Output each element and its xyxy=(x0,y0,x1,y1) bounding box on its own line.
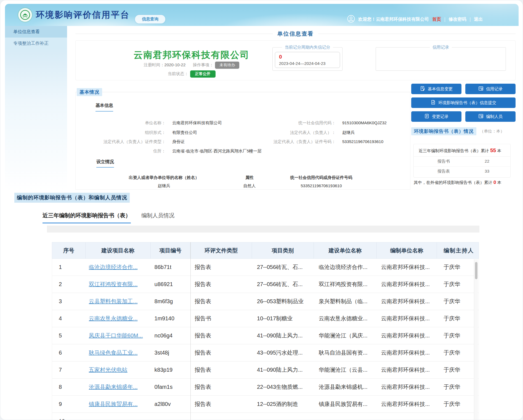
cell-project-category xyxy=(252,413,314,420)
company-summary-panel: 云南君邦环保科技有限公司 注册时间：2020-10-22 操作事项：未有待办 当… xyxy=(75,40,516,80)
sidebar-item[interactable]: 单位信息查看 xyxy=(5,26,67,38)
register-time-label: 注册时间： xyxy=(144,62,164,67)
form-row: 住所： 云南省·临沧市·临翔区·西河北路凤翔水厂5幢一层 xyxy=(76,148,261,154)
cell-builder-name: 耿马自治县国有资... xyxy=(314,344,377,361)
cell-chief-compiler: 于庆华 xyxy=(437,379,479,395)
project-name-link[interactable]: 双江祥鸿投资有限... xyxy=(86,276,151,293)
user-area: 欢迎您！云南君邦环保科技有限公司 首页 修改密码 退出 xyxy=(347,15,483,24)
staff-button[interactable]: 编制人员 xyxy=(465,111,516,122)
project-name-link[interactable] xyxy=(86,413,151,420)
field-value: 赵继兵 xyxy=(342,130,355,135)
project-name-link[interactable]: 耿马绿色食品工业... xyxy=(86,344,151,361)
table-scrollbar-track[interactable] xyxy=(474,259,478,420)
form-row: 组织形式： 有限责任公司 xyxy=(76,130,197,135)
project-name-link[interactable]: 沧源县勐来锦盛年... xyxy=(86,379,151,395)
basic-change-button[interactable]: 基本信息变更 xyxy=(411,84,461,94)
sidebar-item[interactable]: 专项整治工作补正 xyxy=(5,38,67,49)
score-card: 0 2023-04-24—2024-04-23 xyxy=(275,52,340,68)
project-name-link[interactable]: 五家村光伏电站 xyxy=(86,361,151,378)
cell-index: 8 xyxy=(52,379,86,395)
form-row: 单位名称： 云南君邦环保科技有限公司 xyxy=(76,120,222,126)
field-label: 住所： xyxy=(76,148,166,154)
cell-doc-type: 报告表 xyxy=(190,396,252,413)
table-toolbar-bar xyxy=(47,226,479,233)
setup-data-row: 赵继兵 自然人 533521196706193610 xyxy=(76,183,371,189)
button-label: 信用记录 xyxy=(486,86,503,92)
book-icon xyxy=(431,100,436,106)
stats-sub-label: 其中，在外省的环境影响报告书（表）累计 xyxy=(414,180,492,185)
cell-builder-name: 华能澜沧江（云县... xyxy=(314,361,377,378)
stat-label: 报告表 xyxy=(437,169,450,174)
register-time-value: 2020-10-22 xyxy=(164,62,186,67)
field-value: 533521196706193610 xyxy=(342,139,383,144)
reports-tab[interactable]: 近三年编制的环境影响报告书（表） xyxy=(43,212,131,223)
info-query-button[interactable]: 信息查询 xyxy=(135,15,165,23)
cell-builder-name: 云南农垦永德糖业... xyxy=(314,310,377,327)
field-label: 统一社会信用代码： xyxy=(245,120,336,126)
tab-setup-info[interactable]: 设立情况 xyxy=(96,159,114,168)
cell-compiler-org: 云南君邦环保科技... xyxy=(377,396,437,413)
table-header-cell: 项目类别 xyxy=(252,242,314,258)
field-value: 有限责任公司 xyxy=(172,130,197,135)
field-label: 法定代表人（负责人）： xyxy=(245,130,336,135)
setup-header-cell: 出资人或者举办单位等的名称（姓名） xyxy=(92,175,236,180)
table-row: 3 云县塑料包装加工... 8m6f3g 报告表 26--053塑料制品业 泉兴… xyxy=(52,293,479,310)
project-name-link[interactable]: 临沧边境经济合作... xyxy=(86,259,151,276)
stats-sub-value: 0 xyxy=(493,180,496,185)
operation-badge: 未有待办 xyxy=(215,62,239,69)
tab-basic-info[interactable]: 基本信息 xyxy=(95,103,113,112)
change-record-button[interactable]: 变更记录 xyxy=(411,111,461,122)
cell-doc-type: 报告表 xyxy=(190,293,252,310)
table-header-cell: 建设单位名称 xyxy=(314,242,377,258)
cell-project-category: 27--056砖瓦、石... xyxy=(252,276,314,293)
cell-doc-type: 报告表 xyxy=(190,259,252,276)
score-box: 当前记分周期内失信记分 0 2023-04-24—2024-04-23 xyxy=(272,47,343,71)
field-label: 法定代表人（负责人）证件类型： xyxy=(76,139,166,144)
reports-tab[interactable]: 编制人员情况 xyxy=(141,212,174,223)
cell-project-code: nc06g4 xyxy=(151,327,191,344)
cell-compiler-org xyxy=(377,413,437,420)
reports-section-chip: 编制的环境影响报告书（表）和编制人员情况 xyxy=(14,193,130,203)
project-name-link[interactable]: 镇康县民族贸易有... xyxy=(86,396,151,413)
project-name-link[interactable]: 凤庆县干口华能60M... xyxy=(86,327,151,344)
setup-header-cell: 统一社会信用代码或身份证件号码 xyxy=(272,175,371,180)
project-name-link[interactable]: 云县塑料包装加工... xyxy=(86,293,151,310)
company-status-row: 当前状态：正常公开 xyxy=(103,70,280,78)
app-title: 环境影响评价信用平台 xyxy=(36,9,130,21)
divider xyxy=(318,34,516,34)
cell-doc-type: 报告书 xyxy=(190,310,252,327)
button-label: 基本信息变更 xyxy=(428,86,453,92)
top-nav-link[interactable]: 首页 xyxy=(432,17,441,22)
fixed-column-divider xyxy=(190,242,191,420)
top-nav-link[interactable]: 退出 xyxy=(466,17,483,22)
cell-compiler-org: 云南君邦环保科技... xyxy=(377,310,437,327)
stat-value: 22 xyxy=(485,159,489,164)
table-body: 1 临沧边境经济合作... 86b71t 报告表 27--056砖瓦、石... … xyxy=(52,259,479,420)
project-name-link[interactable]: 云南农垦永德糖业... xyxy=(86,310,151,327)
credit-record-button[interactable]: 信用记录 xyxy=(465,84,516,94)
table-header-cell: 编制单位名称 xyxy=(377,242,437,258)
cell-compiler-org: 云南君邦环保科技... xyxy=(377,361,437,378)
cell-project-code: u86921 xyxy=(151,276,191,293)
welcome-text: 欢迎您！云南君邦环保科技有限公司 xyxy=(358,17,429,22)
cell-project-code: a2l80v xyxy=(151,396,191,413)
cell-project-code: 3st48j xyxy=(151,344,191,361)
cell-index: 4 xyxy=(52,310,86,327)
cell-project-category: 10--017制糖业 xyxy=(252,310,314,327)
table-scrollbar-thumb[interactable] xyxy=(475,262,477,279)
stats-total-label: 近三年编制环境影响报告书（表）累计 xyxy=(419,148,489,153)
report-submit-button[interactable]: 环境影响报告书（表）信息提交 xyxy=(411,97,516,108)
table-header-cell: 建设项目名称 xyxy=(86,242,151,258)
top-nav-link[interactable]: 修改密码 xyxy=(441,17,466,22)
page-title: 单位信息查看 xyxy=(277,30,314,38)
score-box-legend: 当前记分周期内失信记分 xyxy=(282,45,333,50)
cell-doc-type: 报告表 xyxy=(190,379,252,395)
cell-builder-name: 泉兴塑料制品（临... xyxy=(314,293,377,310)
cell-index: 7 xyxy=(52,361,86,378)
action-buttons: 基本信息变更 信用记录 环境影响报告书（表）信息提交 xyxy=(411,84,516,125)
table-header-row: 序号 建设项目名称 项目编号 环评文件类型 项目类别 建设单位名称 编制单位名称… xyxy=(52,242,479,259)
app-screen: 环境影响评价信用平台 信息查询 欢迎您！云南君邦环保科技有限公司 首页 修改密码… xyxy=(0,0,523,420)
cell-chief-compiler: 于庆华 xyxy=(437,344,479,361)
cell-compiler-org: 云南君邦环保科技... xyxy=(377,293,437,310)
divider xyxy=(75,34,273,34)
